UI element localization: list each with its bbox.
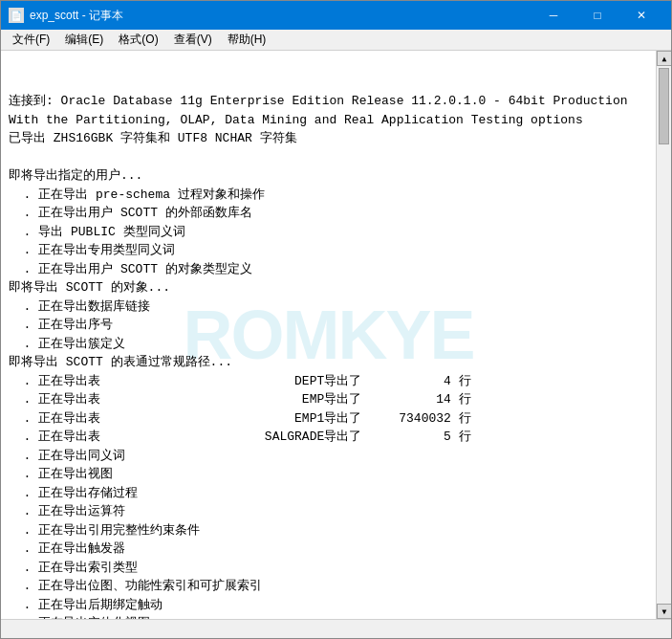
content-area: 连接到: Oracle Database 11g Enterprise Edit… [1, 51, 671, 619]
menu-format[interactable]: 格式(O) [111, 30, 165, 50]
menu-bar: 文件(F) 编辑(E) 格式(O) 查看(V) 帮助(H) [1, 30, 671, 51]
vertical-scrollbar[interactable]: ▲ ▼ [656, 51, 671, 619]
scroll-thumb[interactable] [659, 68, 669, 144]
scroll-down-button[interactable]: ▼ [657, 604, 671, 619]
scroll-track[interactable] [657, 66, 671, 604]
maximize-button[interactable]: □ [575, 1, 619, 30]
window-title: exp_scott - 记事本 [30, 8, 123, 24]
main-window: 📄 exp_scott - 记事本 ─ □ ✕ 文件(F) 编辑(E) 格式(O… [0, 0, 672, 639]
text-lines: 连接到: Oracle Database 11g Enterprise Edit… [9, 92, 648, 619]
window-controls: ─ □ ✕ [531, 1, 663, 30]
minimize-button[interactable]: ─ [531, 1, 575, 30]
title-bar: 📄 exp_scott - 记事本 ─ □ ✕ [1, 1, 671, 30]
menu-file[interactable]: 文件(F) [5, 30, 57, 50]
scroll-up-button[interactable]: ▲ [657, 51, 671, 66]
app-icon: 📄 [9, 8, 24, 23]
close-button[interactable]: ✕ [619, 1, 663, 30]
menu-help[interactable]: 帮助(H) [220, 30, 274, 50]
status-bar [1, 619, 671, 638]
text-editor[interactable]: 连接到: Oracle Database 11g Enterprise Edit… [1, 51, 656, 619]
menu-view[interactable]: 查看(V) [166, 30, 220, 50]
title-bar-left: 📄 exp_scott - 记事本 [9, 8, 123, 24]
menu-edit[interactable]: 编辑(E) [57, 30, 111, 50]
